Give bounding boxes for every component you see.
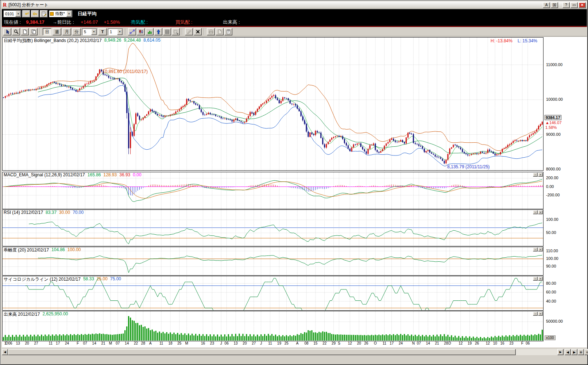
x-axis-label: F [521, 341, 523, 345]
category-combo[interactable]: 指数* ▼ [49, 10, 72, 17]
panel-close-button[interactable]: × [538, 247, 543, 251]
zoom-in-button[interactable]: ⊕ [578, 349, 584, 355]
scroll-track[interactable] [8, 349, 557, 355]
y-axis-label: 100.00 [546, 217, 558, 222]
panel-collapse-button[interactable]: ▫ [533, 312, 538, 316]
panel-macd: MACD_EMA_Signal (12,26,9) 2012/02/17165.… [2, 172, 543, 209]
fit-button[interactable] [172, 28, 180, 35]
delete-button[interactable] [194, 28, 202, 35]
y-axis-label: 50000.00 [546, 319, 563, 323]
bars-count-combo[interactable]: 1 ▼ [108, 28, 123, 35]
category-icon [50, 12, 54, 16]
psych-header-title: サイコロジカルライン (12) 2012/02/17 [4, 276, 81, 283]
x-axis-label: D [448, 341, 451, 345]
enter-button[interactable] [22, 10, 30, 18]
category-value: 指数* [54, 11, 66, 16]
symbol-code-combo[interactable]: 0101 ▼ [3, 10, 21, 17]
window-title: [5002] 分析チャート [8, 2, 49, 8]
current-pct-label: 1.58% [545, 125, 557, 130]
scroll-right-button[interactable]: ▶ [557, 349, 564, 355]
x-axis-label: 25 [177, 341, 181, 345]
page2-button[interactable] [216, 28, 224, 35]
arrow-up-button[interactable] [154, 28, 162, 35]
macd-header-title: MACD_EMA_Signal (12,26,9) 2012/02/17 [4, 172, 85, 177]
x-axis-label: 21 [435, 341, 439, 345]
clipboard-button[interactable] [224, 28, 232, 35]
candlestick-button[interactable] [137, 28, 145, 35]
symbol-name: 日経平均 [78, 11, 97, 17]
app-icon: R [3, 2, 7, 8]
chevron-down-icon[interactable]: ▼ [91, 29, 97, 35]
x-axis-label: 07 [417, 341, 421, 345]
panel-close-button[interactable]: × [538, 277, 543, 281]
bid-label: 買気配 : [175, 19, 192, 26]
horizontal-scrollbar[interactable]: ◀ ▶ [2, 349, 564, 355]
annotation-mode-button[interactable]: A [543, 2, 550, 8]
candlestick-icon [138, 29, 144, 34]
x-axis-label: A [296, 341, 299, 345]
chevron-down-icon[interactable]: ▼ [117, 29, 123, 35]
scroll-left-button[interactable]: ◀ [2, 349, 8, 355]
y-axis-label: 11000.00 [546, 62, 562, 67]
period-weekly-button[interactable]: 週 [53, 28, 61, 35]
help-button[interactable]: ? [562, 2, 570, 8]
nav-next-button[interactable]: ▶ [571, 349, 577, 355]
print-button[interactable] [207, 28, 215, 35]
x-axis-label: 18 [168, 341, 172, 345]
main-header-value: 8,949.26 [104, 38, 121, 44]
panel-close-button[interactable]: × [538, 312, 543, 316]
x-axis-label: 19 [277, 341, 281, 345]
minute-interval-combo[interactable]: 5 ▼ [82, 28, 97, 35]
panel-close-button[interactable]: × [538, 173, 543, 177]
period-minute-button[interactable]: 分 [72, 28, 81, 35]
toolbar-separator [182, 28, 183, 35]
trendline-button[interactable] [128, 28, 136, 35]
chevron-down-icon[interactable]: ▼ [66, 11, 72, 17]
macd-header-value: 0.00 [133, 172, 141, 177]
key-button[interactable] [31, 10, 39, 18]
pencil-button[interactable] [185, 28, 193, 35]
minute-interval-value: 5 [82, 30, 91, 34]
delete-icon [195, 29, 201, 34]
x-axis-label: 27 [252, 341, 256, 345]
x-axis-label: 28 [141, 341, 145, 345]
x-axis-label: F [77, 341, 79, 345]
symbol-code-value: 0101 [4, 12, 15, 16]
panel-close-button[interactable]: × [538, 210, 543, 214]
pointer-button[interactable] [3, 28, 11, 35]
x-axis-label: 12 [348, 341, 352, 345]
scroll-thumb[interactable] [8, 349, 516, 355]
memo-button[interactable] [40, 10, 48, 18]
x-axis-label: 14 [426, 341, 430, 345]
vol-header-title: 出来高 2012/02/17 [4, 311, 40, 318]
toolbar-separator [40, 28, 40, 35]
panel-kairi: 乖離度 (20) 2012/02/17104.86100.00▫× [2, 247, 543, 276]
x-axis-label: 14 [125, 341, 129, 345]
panel-collapse-button[interactable]: ▫ [533, 173, 538, 177]
chevron-down-icon[interactable]: ▼ [15, 11, 21, 17]
x-axis-label: 11 [268, 341, 272, 345]
high-low-value: H: -13.84% [491, 38, 512, 43]
tick-chart-button[interactable]: T [98, 28, 107, 35]
macd-plot [3, 172, 543, 209]
zoom-out-button[interactable]: ⊖ [584, 349, 588, 355]
panel-collapse-button[interactable]: ▫ [533, 210, 538, 214]
grid-button[interactable] [163, 28, 171, 35]
restore-button[interactable]: ▭ [570, 2, 578, 8]
y-axis-label: 80.00 [546, 281, 556, 285]
x-axis-label: 13 [16, 341, 20, 345]
page-button[interactable] [21, 28, 29, 35]
period-monthly-button[interactable]: 月 [62, 28, 71, 35]
zoom-button[interactable] [12, 28, 20, 35]
language-button[interactable]: 国 [551, 2, 558, 8]
volume-bars-button[interactable] [146, 28, 154, 35]
period-daily-button[interactable]: 日 [43, 28, 51, 35]
x-axis-label: O [374, 341, 377, 345]
chart-nav-buttons: ◀▶⊕⊖▦ [565, 349, 588, 355]
panel-collapse-button[interactable]: ▫ [533, 277, 538, 281]
copy-page-button[interactable] [30, 28, 38, 35]
close-button[interactable]: ✕ [579, 2, 586, 8]
panel-collapse-button[interactable]: ▫ [533, 247, 538, 251]
nav-prev-button[interactable]: ◀ [565, 349, 571, 355]
chart-toolbar-edit-icons [185, 28, 202, 35]
